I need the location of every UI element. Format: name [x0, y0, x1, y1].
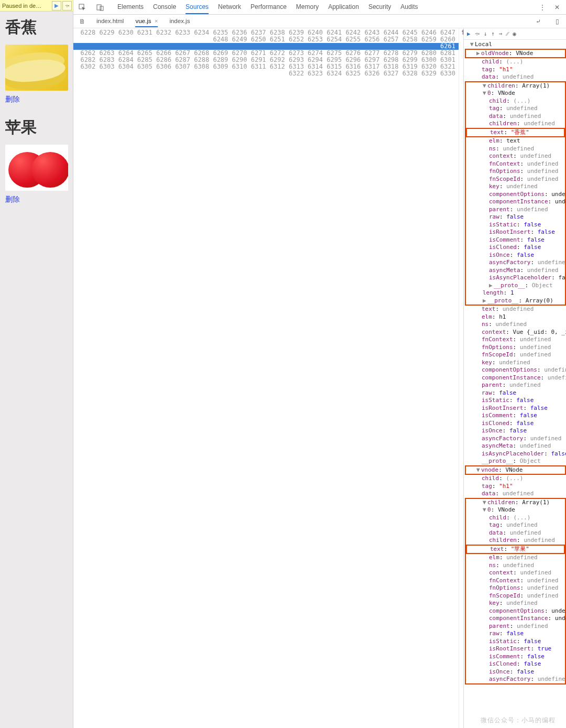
page-icon[interactable]: 🗎 [78, 17, 87, 26]
tab-application[interactable]: Application [328, 0, 359, 14]
panel-tabs: ElementsConsoleSourcesNetworkPerformance… [113, 0, 529, 14]
step-icon[interactable]: → [499, 30, 503, 37]
devtools-toolbar: ElementsConsoleSourcesNetworkPerformance… [73, 0, 566, 15]
title-apple: 苹果 [0, 112, 73, 142]
devtools: ElementsConsoleSourcesNetworkPerformance… [73, 0, 566, 728]
tab-performance[interactable]: Performance [251, 0, 287, 14]
file-tab-vue-js[interactable]: vue.js × [135, 15, 158, 27]
tab-network[interactable]: Network [218, 0, 241, 14]
code-editor[interactable]: 6228 6229 6230 6231 6232 6233 6234 6235 … [73, 28, 464, 728]
pause-label: Paused in de… [0, 3, 52, 9]
debugger-controls: ▶ ⤼ ↓ ↑ → ⁄⁄ ◉ [464, 28, 566, 40]
watermark: 微信公众号：小马的编程 [481, 716, 556, 725]
app-preview: Paused in de… ▶ ⤼ 香蕉 删除 苹果 删除 [0, 0, 73, 728]
line-gutter: 6228 6229 6230 6231 6232 6233 6234 6235 … [73, 28, 459, 728]
step-out-icon[interactable]: ↑ [491, 30, 495, 37]
file-tab-bar: 🗎 index.htmlvue.js ×index.js ⤶ ▯ [73, 15, 566, 28]
file-tab-index-js[interactable]: index.js [169, 15, 190, 27]
delete-link-2[interactable]: 删除 [0, 194, 73, 212]
resume-button[interactable]: ▶ [52, 1, 61, 10]
tab-security[interactable]: Security [368, 0, 391, 14]
sidebar-toggle-icon[interactable]: ▯ [552, 17, 562, 26]
tab-console[interactable]: Console [153, 0, 176, 14]
resume-icon[interactable]: ▶ [467, 30, 471, 37]
file-tab-index-html[interactable]: index.html [96, 15, 124, 27]
wrap-icon[interactable]: ⤶ [534, 17, 543, 26]
pause-bar: Paused in de… ▶ ⤼ [0, 0, 73, 12]
inspect-icon[interactable] [78, 3, 87, 12]
step-into-icon[interactable]: ↓ [484, 30, 487, 37]
more-icon[interactable]: ⋮ [538, 3, 547, 12]
tab-memory[interactable]: Memory [296, 0, 319, 14]
scope-variables[interactable]: ▼Local▶oldVnode: VNodechild: (...)tag: "… [464, 40, 566, 728]
deactivate-bp-icon[interactable]: ⁄⁄ [507, 30, 509, 37]
device-toggle-icon[interactable] [95, 3, 105, 12]
pause-exc-icon[interactable]: ◉ [513, 30, 516, 37]
banana-image [5, 45, 68, 91]
scope-panel: ▶ ⤼ ↓ ↑ → ⁄⁄ ◉ ▼Local▶oldVnode: VNodechi… [464, 28, 566, 728]
code-content: function checkDuplicateKeys (children) {… [459, 28, 463, 728]
svg-rect-1 [97, 5, 101, 10]
step-button[interactable]: ⤼ [62, 1, 72, 10]
delete-link-1[interactable]: 删除 [0, 94, 73, 112]
apple-image [5, 145, 68, 191]
tab-audits[interactable]: Audits [400, 0, 418, 14]
tab-sources[interactable]: Sources [186, 0, 209, 14]
tab-elements[interactable]: Elements [117, 0, 144, 14]
title-banana: 香蕉 [0, 12, 73, 41]
close-icon[interactable]: ✕ [552, 3, 562, 12]
step-over-icon[interactable]: ⤼ [475, 30, 480, 37]
